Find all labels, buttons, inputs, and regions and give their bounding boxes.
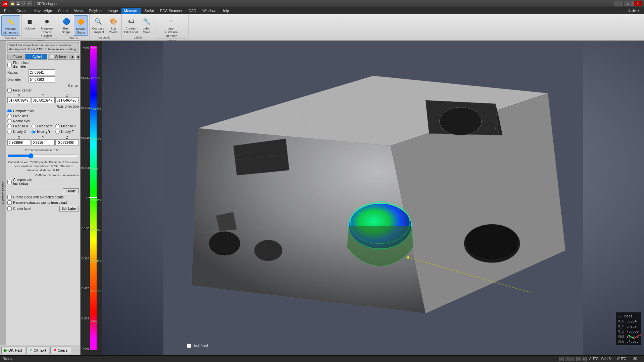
create-button[interactable]: Create [63,188,79,194]
menu-cad[interactable]: CAD [186,8,199,14]
ribbon-btn-best-shape[interactable]: 🔵 BestShape [60,15,73,35]
ribbon-btn-compare[interactable]: 🔍 Compare/ Inspect [91,15,106,35]
fixed-center-row: Fixed center [7,88,79,93]
title-icon-2[interactable]: 💾 [16,1,20,6]
compare-icon: 🔍 [93,16,104,27]
menu-image[interactable]: Image [105,8,121,14]
title-icon-4[interactable]: ↪ [27,1,32,6]
info-label-nz: N_Z [618,329,624,334]
maximize-button[interactable]: □ [624,1,633,6]
scale-pct-2: +3.65% [90,107,102,110]
fix-radius-checkbox[interactable] [7,63,12,67]
fixed-center-checkbox[interactable] [7,88,12,93]
style-dropdown[interactable]: Style ▼ [626,9,643,12]
status-icon-4: ◁ [576,357,581,361]
compute-axis-radio[interactable] [7,109,12,113]
ribbon-btn-volume[interactable]: ◼ Volume [23,15,37,31]
info-row-ny: N_Y 0.252 [618,324,639,329]
minimize-button[interactable]: — [614,1,623,6]
menu-edit[interactable]: Edit [1,8,13,14]
status-right: ▽ ↑ ↓ ◁ ▷ AUTO Grid Step: AUTO — 30 — [559,357,641,361]
menu-rds[interactable]: RDS Scanner [157,8,185,14]
ribbon-btn-create-label[interactable]: 🏷 Create /Edit Label [123,15,139,35]
svg-point-6 [254,240,282,261]
instruction-text: Select the shape to extract and click th… [7,42,79,53]
tolerance-text: Extraction tolerance: 0.631 [7,148,79,152]
fixed-axis-radio[interactable] [7,114,12,118]
nearly-axis-radio[interactable] [7,119,12,123]
best-shape-label: BestShape [62,27,71,34]
ribbon-group-measure: 📏 Measurewith mouse Measure [0,14,22,40]
scale-pct-9: +0% [90,320,102,323]
axis-direction-title: Axis direction [7,105,79,108]
title-icon-1[interactable]: 📁 [10,1,15,6]
undefined-checkbox[interactable] [187,344,191,348]
viewport[interactable]: -1 Meas N_X 0.964 N_Y 0.252 N_Z -0.089 R… [102,41,644,355]
fixed-x-radio[interactable] [7,124,12,128]
xd-input[interactable] [7,139,31,145]
ribbon-btn-measure-shape[interactable]: ⬟ Measure Shape/ Digitize [37,15,57,38]
create-cloud-checkbox[interactable] [7,195,12,199]
ok-next-button[interactable]: ▶ OK, Next [1,347,25,354]
remove-extracted-checkbox[interactable] [7,200,12,205]
create-cloud-label: Create cloud with extracted points [13,195,64,199]
fixed-y-radio[interactable] [32,124,36,128]
tolerance-slider[interactable] [7,153,79,159]
nearly-z-radio[interactable] [55,130,60,134]
yd-input[interactable] [32,139,55,145]
ribbon-btn-extract-shape[interactable]: 🔶 ExtractShape [74,15,88,36]
svg-line-22 [629,335,634,339]
zd-input[interactable] [55,139,79,145]
nearly-x-radio[interactable] [7,130,12,134]
tab-plane[interactable]: ◻ Plane [7,54,24,60]
y-input[interactable] [32,97,55,103]
menu-polyline[interactable]: Polyline [86,8,105,14]
x-header: X [7,94,31,97]
panel-inner: Extract shape Select the shape to extrac… [0,41,80,345]
ribbon-btn-label-tools[interactable]: 🔧 LabelTools [140,15,153,35]
measure-shape-icon: ⬟ [42,16,52,27]
cancel-button[interactable]: ✕ Cancel [50,347,71,354]
create-label-checkbox[interactable] [7,206,12,211]
info-label-1: -1 [618,314,622,319]
diameter-input[interactable] [29,76,55,82]
menu-create[interactable]: Create [14,8,30,14]
tab-prev[interactable]: ◀ [69,54,75,60]
cmm-label: CMM touch probe compensation [7,174,79,177]
measure-shape-label: Measure Shape/ Digitize [39,27,55,38]
x-input[interactable] [7,97,31,103]
fixed-z-radio[interactable] [55,124,60,128]
menu-measure[interactable]: Measure [121,8,141,14]
menu-mesh[interactable]: Mesh [71,8,86,14]
menu-help[interactable]: Help [219,8,232,14]
create-label-row: Create label Edit Label [7,206,79,212]
ribbon-btn-measure-with-mouse[interactable]: 📏 Measurewith mouse [1,15,20,36]
menu-move-align[interactable]: Move-Align [31,8,55,14]
radius-input[interactable] [29,69,55,75]
z-input[interactable] [55,97,79,103]
ribbon-btn-colors[interactable]: 🎨 EditColors [107,15,120,35]
tab-next[interactable]: ▶ [76,54,80,60]
fixed-axis-label: Fixed axis [13,114,28,118]
title-icon-3[interactable]: ↩ [21,1,26,6]
scale-lbl-5: +0 [80,196,90,200]
nearly-x-label: Nearly X [13,130,26,134]
compensate-ball-checkbox[interactable] [7,180,12,184]
menu-script[interactable]: Script [142,8,157,14]
xyz-dir-headers: X Y Z [7,136,79,139]
fixed-y-label: Fixed to Y [37,124,52,128]
volume-icon: ◼ [24,16,35,27]
ribbon-btn-curvature[interactable]: 〰 App. curvatureon mesh [162,15,181,38]
menu-cloud[interactable]: Cloud [55,8,70,14]
edit-label-button[interactable]: Edit Label [59,206,79,212]
svg-point-15 [205,180,206,181]
menu-window[interactable]: Window [200,8,218,14]
compensate-ball-label: Compensateball radius [13,178,32,185]
tab-sphere[interactable]: ⚪ Sphere [48,54,68,60]
scale-pct-0: +0% [90,46,102,49]
ok-exit-button[interactable]: ✓ OK, Exit [26,347,49,354]
close-button[interactable]: ✕ [633,1,642,6]
nearly-y-radio[interactable] [32,130,36,134]
tab-cylinder[interactable]: 🔵 Cylinder [25,54,47,60]
status-grid: Grid Step: AUTO [601,357,626,361]
